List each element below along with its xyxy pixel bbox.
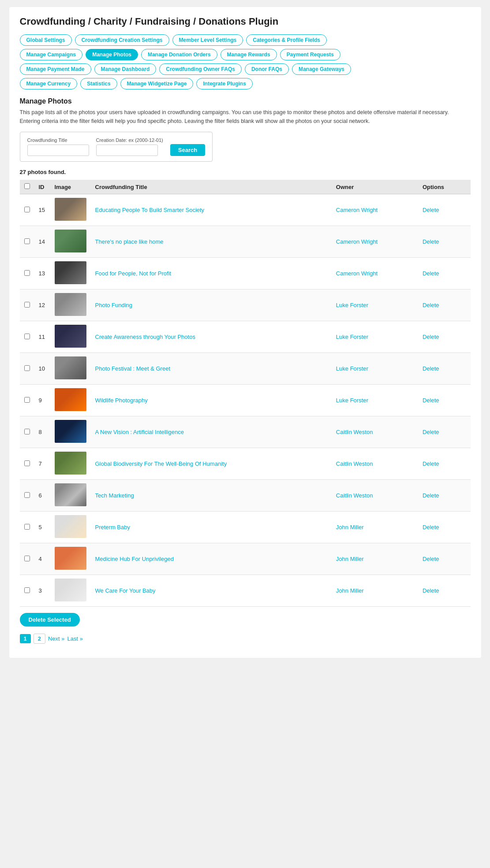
delete-link[interactable]: Delete — [423, 238, 439, 245]
delete-link[interactable]: Delete — [423, 492, 439, 499]
row-owner: Caitlin Weston — [332, 480, 418, 512]
delete-link[interactable]: Delete — [423, 429, 439, 435]
owner-link[interactable]: Cameron Wright — [336, 207, 378, 213]
row-checkbox-10[interactable] — [24, 365, 30, 371]
row-checkbox-14[interactable] — [24, 238, 30, 244]
nav-btn-member-level-settings[interactable]: Member Level Settings — [172, 34, 243, 46]
row-checkbox-4[interactable] — [24, 556, 30, 561]
nav-btn-manage-payment-made[interactable]: Manage Payment Made — [20, 63, 91, 75]
row-id: 4 — [34, 543, 50, 575]
nav-btn-categories--profile-fields[interactable]: Categories & Profile Fields — [246, 34, 327, 46]
delete-link[interactable]: Delete — [423, 302, 439, 308]
owner-link[interactable]: Luke Forster — [336, 397, 368, 404]
creation-date-input[interactable] — [96, 145, 158, 156]
select-all-checkbox[interactable] — [24, 183, 30, 189]
nav-btn-manage-donation-orders[interactable]: Manage Donation Orders — [141, 49, 217, 60]
nav-btn-manage-photos[interactable]: Manage Photos — [86, 49, 138, 60]
page-2-button[interactable]: 2 — [34, 634, 45, 644]
delete-link[interactable]: Delete — [423, 207, 439, 213]
owner-link[interactable]: John Miller — [336, 587, 364, 594]
row-options: Delete — [418, 194, 471, 226]
owner-link[interactable]: Caitlin Weston — [336, 460, 373, 467]
delete-link[interactable]: Delete — [423, 587, 439, 594]
row-checkbox-cell — [20, 575, 34, 607]
campaign-title-link[interactable]: Photo Festival : Meet & Greet — [95, 365, 171, 372]
campaign-title-link[interactable]: There's no place like home — [95, 238, 164, 245]
campaign-title-link[interactable]: Food for People, Not for Profit — [95, 270, 172, 277]
row-checkbox-9[interactable] — [24, 397, 30, 403]
row-image — [50, 448, 91, 480]
row-checkbox-7[interactable] — [24, 460, 30, 466]
row-checkbox-8[interactable] — [24, 429, 30, 434]
nav-btn-manage-currency[interactable]: Manage Currency — [20, 78, 78, 89]
delete-link[interactable]: Delete — [423, 270, 439, 277]
crowdfunding-title-input[interactable] — [27, 145, 89, 156]
photo-thumbnail — [55, 547, 86, 570]
nav-btn-manage-rewards[interactable]: Manage Rewards — [221, 49, 277, 60]
delete-selected-button[interactable]: Delete Selected — [20, 613, 80, 627]
owner-link[interactable]: John Miller — [336, 524, 364, 530]
owner-link[interactable]: Cameron Wright — [336, 238, 378, 245]
delete-link[interactable]: Delete — [423, 397, 439, 404]
row-image — [50, 480, 91, 512]
owner-link[interactable]: Cameron Wright — [336, 270, 378, 277]
delete-link[interactable]: Delete — [423, 524, 439, 530]
row-id: 8 — [34, 416, 50, 448]
delete-link[interactable]: Delete — [423, 556, 439, 562]
campaign-title-link[interactable]: Educating People To Build Smarter Societ… — [95, 207, 205, 213]
row-owner: Cameron Wright — [332, 258, 418, 289]
nav-btn-donor-faqs[interactable]: Donor FAQs — [245, 63, 289, 75]
row-id: 6 — [34, 480, 50, 512]
nav-btn-crowdfunding-owner-faqs[interactable]: Crowdfunding Owner FAQs — [159, 63, 242, 75]
nav-btn-manage-campaigns[interactable]: Manage Campaigns — [20, 49, 83, 60]
nav-btn-manage-dashboard[interactable]: Manage Dashboard — [94, 63, 157, 75]
owner-link[interactable]: Luke Forster — [336, 302, 368, 308]
owner-link[interactable]: Luke Forster — [336, 365, 368, 372]
row-id: 12 — [34, 289, 50, 321]
search-button[interactable]: Search — [170, 144, 205, 156]
delete-link[interactable]: Delete — [423, 365, 439, 372]
photo-thumbnail — [55, 325, 86, 348]
owner-link[interactable]: Caitlin Weston — [336, 492, 373, 499]
delete-link[interactable]: Delete — [423, 460, 439, 467]
row-checkbox-3[interactable] — [24, 587, 30, 593]
table-row: 13 Food for People, Not for Profit Camer… — [20, 258, 471, 289]
row-title: Wildlife Photography — [91, 385, 332, 416]
nav-btn-manage-gateways[interactable]: Manage Gateways — [292, 63, 351, 75]
row-checkbox-6[interactable] — [24, 492, 30, 498]
nav-btn-payment-requests[interactable]: Payment Requests — [280, 49, 340, 60]
nav-btn-integrate-plugins[interactable]: Integrate Plugins — [196, 78, 252, 89]
delete-link[interactable]: Delete — [423, 334, 439, 340]
nav-btn-global-settings[interactable]: Global Settings — [20, 34, 72, 46]
page-1-button[interactable]: 1 — [20, 634, 31, 643]
campaign-title-link[interactable]: Tech Marketing — [95, 492, 134, 499]
campaign-title-link[interactable]: Preterm Baby — [95, 524, 130, 530]
row-owner: John Miller — [332, 512, 418, 543]
campaign-title-link[interactable]: Photo Funding — [95, 302, 133, 308]
table-row: 8 A New Vision : Artificial Intelligence… — [20, 416, 471, 448]
campaign-title-link[interactable]: Global Biodiversity For The Well-Being O… — [95, 460, 227, 467]
next-page-link[interactable]: Next » — [48, 635, 65, 642]
row-checkbox-11[interactable] — [24, 334, 30, 339]
row-checkbox-15[interactable] — [24, 207, 30, 212]
nav-btn-manage-widgetize-page[interactable]: Manage Widgetize Page — [120, 78, 194, 89]
owner-link[interactable]: John Miller — [336, 556, 364, 562]
campaign-title-link[interactable]: Wildlife Photography — [95, 397, 148, 404]
owner-link[interactable]: Luke Forster — [336, 334, 368, 340]
owner-link[interactable]: Caitlin Weston — [336, 429, 373, 435]
row-checkbox-cell — [20, 448, 34, 480]
row-options: Delete — [418, 575, 471, 607]
row-checkbox-13[interactable] — [24, 270, 30, 276]
row-owner: Cameron Wright — [332, 194, 418, 226]
campaign-title-link[interactable]: We Care For Your Baby — [95, 587, 156, 594]
campaign-title-link[interactable]: Create Awareness through Your Photos — [95, 334, 195, 340]
campaign-title-link[interactable]: A New Vision : Artificial Intelligence — [95, 429, 184, 435]
nav-btn-crowdfunding-creation-settings[interactable]: Crowdfunding Creation Settings — [75, 34, 169, 46]
last-page-link[interactable]: Last » — [67, 635, 83, 642]
row-checkbox-5[interactable] — [24, 524, 30, 530]
row-id: 7 — [34, 448, 50, 480]
row-checkbox-cell — [20, 321, 34, 353]
row-checkbox-12[interactable] — [24, 302, 30, 308]
campaign-title-link[interactable]: Medicine Hub For Unprivileged — [95, 556, 174, 562]
nav-btn-statistics[interactable]: Statistics — [80, 78, 117, 89]
